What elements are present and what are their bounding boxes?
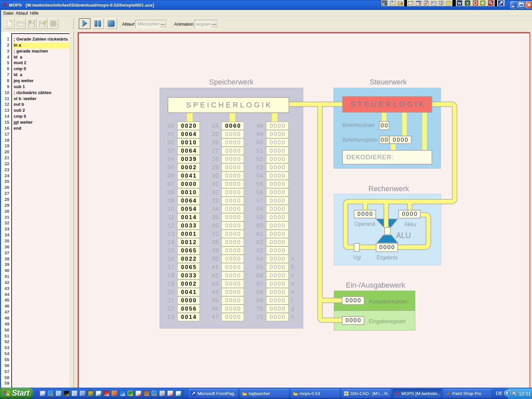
svg-text:7k: 7k xyxy=(395,391,399,396)
